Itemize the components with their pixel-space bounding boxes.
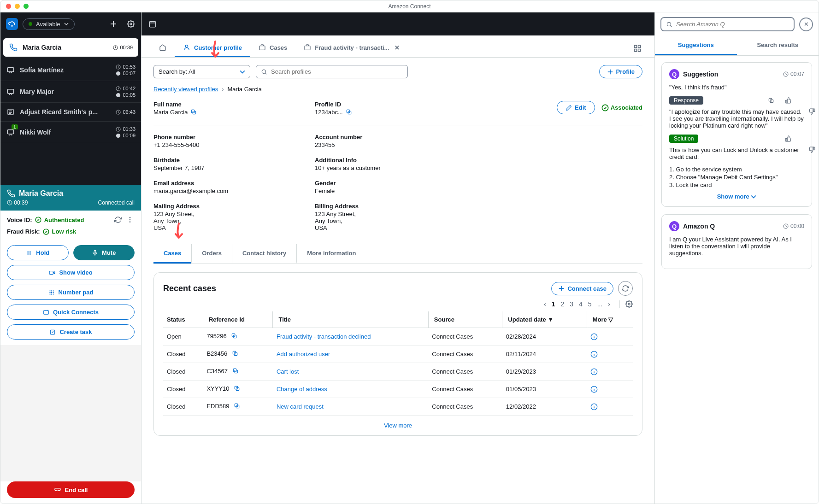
subtab-more-info[interactable]: More information <box>296 244 366 264</box>
th-source[interactable]: Source <box>428 311 502 328</box>
table-row[interactable]: ClosedEDD589 New card requestConnect Cas… <box>163 398 633 416</box>
tab-fraud-activity[interactable]: Fraud activity - transacti...✕ <box>295 39 408 57</box>
th-more[interactable]: More ▽ <box>587 311 633 328</box>
cell-more <box>587 328 633 346</box>
case-title-link[interactable]: Add authorized user <box>277 351 330 357</box>
contact-item[interactable]: Adjust Ricard Smith's p... 06:43 <box>0 103 141 122</box>
svg-point-46 <box>628 303 630 305</box>
thumbs-down-icon[interactable] <box>798 97 804 104</box>
page-number[interactable]: 2 <box>560 300 564 308</box>
th-status[interactable]: Status <box>163 311 203 328</box>
contact-item[interactable]: Sofía Martínez 00:5300:07 <box>0 59 141 81</box>
table-row[interactable]: Open795296 Fraud activity - transaction … <box>163 328 633 346</box>
case-title-link[interactable]: Change of address <box>277 386 327 393</box>
show-video-button[interactable]: Show video <box>7 265 135 280</box>
agent-status-dropdown[interactable]: Available <box>23 18 75 30</box>
refresh-icon[interactable] <box>113 215 123 224</box>
subtab-cases[interactable]: Cases <box>153 244 191 264</box>
table-settings-icon[interactable] <box>619 300 633 308</box>
view-more-link[interactable]: View more <box>384 422 412 429</box>
plus-icon <box>558 285 565 292</box>
page-number[interactable]: 3 <box>570 300 573 308</box>
copy-icon[interactable] <box>234 404 240 410</box>
cell-source: Connect Cases <box>428 346 502 363</box>
page-next-icon[interactable]: › <box>608 300 610 308</box>
add-icon[interactable] <box>109 19 118 29</box>
svg-rect-10 <box>7 130 14 134</box>
subtab-orders[interactable]: Orders <box>191 244 232 264</box>
table-row[interactable]: ClosedB23456 Add authorized userConnect … <box>163 346 633 363</box>
subtab-contact-history[interactable]: Contact history <box>232 244 296 264</box>
tab-search-results[interactable]: Search results <box>737 36 819 55</box>
table-row[interactable]: ClosedXYYY10 Change of addressConnect Ca… <box>163 381 633 398</box>
search-profiles-input[interactable] <box>256 65 408 78</box>
end-call-button[interactable]: End call <box>7 481 135 498</box>
search-by-select[interactable]: Search by: All <box>153 65 250 78</box>
copy-icon[interactable] <box>234 386 240 393</box>
page-prev-icon[interactable]: ‹ <box>544 300 546 308</box>
page-number[interactable]: 5 <box>588 300 592 308</box>
tab-home[interactable] <box>151 39 175 57</box>
copy-icon[interactable] <box>232 369 239 375</box>
show-more-link[interactable]: Show more <box>717 193 757 200</box>
q-badge-icon: Q <box>669 221 679 231</box>
connect-case-button[interactable]: Connect case <box>551 282 613 295</box>
table-row[interactable]: ClosedC34567 Cart lostConnect Cases01/29… <box>163 363 633 381</box>
tab-suggestions[interactable]: Suggestions <box>655 36 737 55</box>
quick-connects-button[interactable]: Quick Connects <box>7 305 135 320</box>
info-icon[interactable] <box>590 403 629 410</box>
tab-close-icon[interactable]: ✕ <box>395 44 400 51</box>
search-icon <box>261 69 267 75</box>
copy-icon[interactable] <box>346 110 352 117</box>
more-vertical-icon[interactable] <box>125 215 135 224</box>
cell-source: Connect Cases <box>428 363 502 381</box>
contact-name: Mary Major <box>20 88 111 95</box>
svg-rect-19 <box>94 250 96 253</box>
page-number[interactable]: 1 <box>552 300 555 308</box>
tab-customer-profile[interactable]: Customer profile <box>175 39 250 57</box>
contact-name: Sofía Martínez <box>20 66 111 74</box>
status-label: Available <box>36 21 60 28</box>
contact-item[interactable]: 1 Nikki Wolf 01:3300:09 <box>0 122 141 143</box>
copy-icon[interactable] <box>232 351 238 358</box>
th-title[interactable]: Title <box>273 311 428 328</box>
svg-point-22 <box>51 290 52 291</box>
close-panel-button[interactable]: ✕ <box>799 18 813 31</box>
copy-icon[interactable] <box>231 334 237 340</box>
thumbs-up-icon[interactable] <box>781 97 791 104</box>
svg-rect-37 <box>638 45 641 47</box>
chevron-down-icon <box>751 194 756 199</box>
page-number[interactable]: 4 <box>579 300 583 308</box>
amazon-q-search-input[interactable] <box>660 17 795 31</box>
add-profile-button[interactable]: Profile <box>599 65 642 78</box>
phone-icon <box>7 189 15 198</box>
info-icon[interactable] <box>590 333 629 340</box>
thumbs-up-icon[interactable] <box>785 135 791 142</box>
edit-button[interactable]: Edit <box>557 101 595 114</box>
contact-item[interactable]: Maria Garcia 00:39 <box>3 38 138 57</box>
settings-gear-icon[interactable] <box>126 19 136 29</box>
case-title-link[interactable]: New card request <box>277 403 324 410</box>
number-pad-button[interactable]: Number pad <box>7 285 135 300</box>
cell-title: Cart lost <box>273 363 428 381</box>
apps-grid-icon[interactable] <box>630 41 645 56</box>
copy-icon[interactable] <box>768 97 774 104</box>
info-icon[interactable] <box>590 386 629 393</box>
tab-cases[interactable]: Cases <box>250 39 295 57</box>
contact-item[interactable]: Mary Major 00:4200:05 <box>0 81 141 103</box>
th-updated[interactable]: Updated date ▼ <box>502 311 587 328</box>
copy-icon[interactable] <box>190 110 197 117</box>
thumbs-down-icon[interactable] <box>798 135 804 142</box>
case-title-link[interactable]: Fraud activity - transaction declined <box>277 333 371 340</box>
calendar-icon[interactable] <box>148 19 157 29</box>
svg-rect-30 <box>44 310 49 314</box>
th-reference[interactable]: Reference Id <box>203 311 273 328</box>
breadcrumb-link[interactable]: Recently viewed profiles <box>153 86 218 93</box>
mute-button[interactable]: Mute <box>73 245 135 260</box>
refresh-button[interactable] <box>618 281 633 296</box>
info-icon[interactable] <box>590 351 629 358</box>
info-icon[interactable] <box>590 368 629 375</box>
hold-button[interactable]: Hold <box>7 245 69 260</box>
create-task-button[interactable]: Create task <box>7 324 135 340</box>
case-title-link[interactable]: Cart lost <box>277 368 299 375</box>
